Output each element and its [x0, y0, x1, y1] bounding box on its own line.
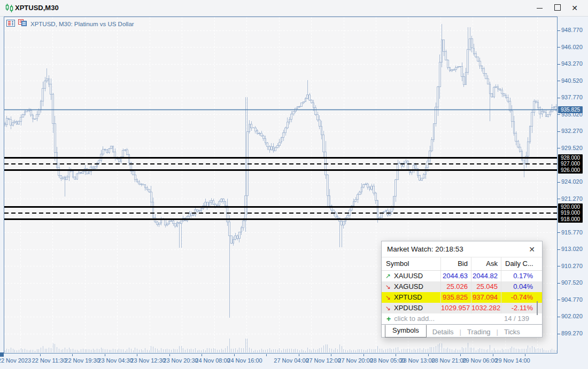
minimize-icon[interactable] [530, 2, 548, 14]
column-header-symbol[interactable]: Symbol [382, 257, 441, 270]
price-axis-label: 899.270 [561, 330, 583, 336]
time-axis-label: 23 Nov 20:30 [163, 357, 198, 364]
scrollbar-thumb[interactable] [537, 301, 538, 315]
time-axis-label: 23 Nov 12:30 [130, 357, 165, 364]
time-axis-label: 27 Nov 12:00 [306, 357, 341, 364]
market-watch-row-xpdusd[interactable]: ↘XPDUSD1029.9571032.282-2.11% [382, 303, 542, 313]
time-axis-label: 28 Nov 21:00 [431, 357, 466, 364]
quote-list-icon[interactable] [6, 19, 15, 29]
time-axis-label: 27 Nov 20:00 [338, 357, 373, 364]
time-tick [331, 354, 331, 356]
time-tick [202, 354, 202, 356]
symbol-name: XAGUSD [394, 282, 423, 291]
price-tick [558, 249, 560, 250]
daily-change-value: -0.74% [501, 292, 542, 303]
time-tick [460, 354, 461, 356]
candlestick-chart-icon [5, 3, 14, 15]
price-tick [558, 317, 560, 317]
price-tick [558, 334, 560, 334]
chart-header: XPTUSD, M30: Platinum vs US Dollar [6, 20, 134, 28]
column-header-ask[interactable]: Ask [471, 257, 501, 270]
symbol-name: XPTUSD [394, 293, 422, 301]
column-header-daily[interactable]: Daily C... [501, 257, 542, 270]
market-watch-close-icon[interactable]: ✕ [527, 245, 537, 254]
price-axis-label: 943.270 [561, 60, 583, 67]
tab-trading[interactable]: Trading [461, 328, 497, 336]
time-tick [299, 354, 299, 356]
tab-details[interactable]: Details [427, 328, 460, 336]
trend-down-icon: ↘ [385, 303, 394, 313]
price-tick [558, 131, 560, 132]
daily-change-value: 0.17% [501, 271, 542, 281]
time-axis-label: 22 Nov 11:30 [32, 357, 67, 364]
price-tick [558, 64, 560, 65]
time-axis-label: 29 Nov 14:00 [495, 357, 530, 364]
time-tick [396, 354, 396, 356]
price-axis-label: 921.270 [561, 195, 583, 202]
level-price-tag: 918.000 [558, 216, 583, 223]
market-watch-tabs: SymbolsDetails|Trading|Ticks [382, 324, 542, 339]
time-tick [493, 354, 493, 356]
price-axis-label: 915.770 [561, 229, 583, 235]
market-watch-header[interactable]: Symbol Bid Ask Daily C... [382, 257, 542, 271]
price-axis-label: 929.520 [561, 145, 583, 151]
market-watch-rows: ↗XAUUSD2044.632044.820.17%↘XAGUSD25.0262… [382, 271, 542, 313]
market-watch-row-xptusd[interactable]: ↘XPTUSD935.825937.094-0.74% [382, 292, 542, 303]
tab-symbols[interactable]: Symbols [385, 325, 427, 337]
ask-value: 2044.82 [471, 271, 501, 281]
ask-value: 25.045 [471, 281, 501, 292]
bid-value: 25.026 [441, 281, 471, 292]
market-watch-row-xauusd[interactable]: ↗XAUUSD2044.632044.820.17% [382, 271, 542, 281]
time-tick [525, 354, 525, 356]
daily-change-value: -2.11% [501, 303, 542, 313]
time-tick [169, 354, 170, 356]
time-tick [363, 354, 364, 356]
add-symbol-label[interactable]: click to add... [394, 313, 435, 324]
chart-windows-icon[interactable] [18, 19, 27, 29]
market-watch-footer: + click to add... 14 / 139 [382, 313, 542, 324]
price-tick [558, 266, 560, 266]
window-titlebar[interactable]: XPTUSD,M30 ✕ [0, 0, 588, 17]
time-tick [428, 354, 429, 356]
time-axis-label: 23 Nov 04:30 [98, 357, 133, 364]
price-tick [558, 300, 560, 300]
market-watch-titlebar[interactable]: Market Watch: 20:18:53 ✕ [382, 241, 542, 257]
window-title: XPTUSD,M30 [15, 4, 59, 12]
bid-value: 1029.957 [441, 303, 471, 313]
price-tick [558, 98, 560, 98]
price-axis-label: 932.270 [561, 128, 583, 134]
bid-value: 935.825 [441, 292, 471, 303]
time-axis-label: 24 Nov 16:00 [227, 357, 262, 364]
time-axis-label: 22 Nov 19:30 [65, 357, 99, 364]
time-tick [40, 354, 41, 356]
symbol-name: XAUUSD [394, 272, 423, 280]
time-tick [105, 354, 105, 356]
price-axis-label: 904.770 [561, 296, 583, 303]
price-axis-label: 946.020 [561, 44, 583, 50]
ask-value: 937.094 [471, 292, 501, 303]
time-tick [234, 354, 235, 356]
price-axis-label: 902.020 [561, 313, 583, 319]
price-tick [558, 283, 560, 284]
price-tick [558, 30, 560, 31]
time-axis-label: 22 Nov 2023 [0, 357, 31, 364]
symbol-counter: 14 / 139 [504, 313, 542, 324]
price-axis[interactable]: 948.770946.020943.270940.520937.770935.0… [558, 0, 588, 369]
time-axis[interactable]: 22 Nov 202322 Nov 11:3022 Nov 19:3023 No… [0, 354, 588, 369]
price-axis-label: 940.520 [561, 77, 583, 84]
time-axis-label: 27 Nov 04:00 [274, 357, 308, 364]
add-symbol-icon[interactable]: + [382, 313, 394, 324]
trend-down-icon: ↘ [385, 292, 394, 303]
price-axis-label: 937.770 [561, 94, 583, 100]
time-tick [266, 354, 267, 356]
market-watch-panel: Market Watch: 20:18:53 ✕ Symbol Bid Ask … [381, 241, 543, 337]
time-tick [137, 354, 137, 356]
chart-symbol-label: XPTUSD, M30: Platinum vs US Dollar [30, 21, 134, 27]
price-axis-label: 948.770 [561, 27, 583, 33]
time-axis-label: 28 Nov 13:00 [400, 357, 435, 364]
tab-ticks[interactable]: Ticks [498, 328, 526, 336]
current-price-tag: 935.825 [558, 106, 583, 113]
column-header-bid[interactable]: Bid [441, 257, 471, 270]
market-watch-row-xagusd[interactable]: ↘XAGUSD25.02625.0450.04% [382, 281, 542, 292]
daily-change-value: 0.04% [501, 281, 542, 292]
